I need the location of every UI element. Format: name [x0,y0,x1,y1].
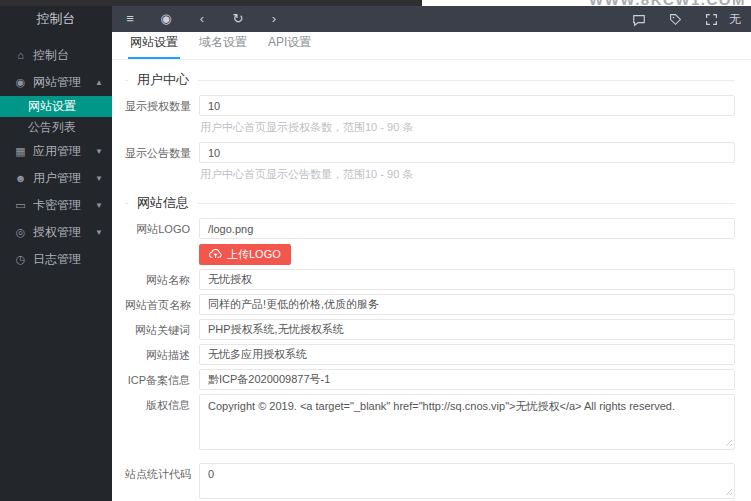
globe-icon: ◉ [13,69,28,96]
sidebar: 控制台 ⌂控制台 ◉网站管理 ▲ 网站设置 公告列表 ▦应用管理 ▼ ☻用户管理… [0,6,112,501]
chevron-down-icon: ▼ [95,165,103,192]
sidebar-item-label: 用户管理 [33,171,81,185]
field-label: 网站LOGO [125,218,199,237]
sidebar-item-site-settings[interactable]: 网站设置 [0,96,112,117]
logo-path-input[interactable] [199,218,735,239]
tab-bar: 网站设置 域名设置 API设置 [112,32,751,60]
stats-code-textarea[interactable]: 0 [199,463,735,499]
form-row-copyright: 版权信息 Copyright © 2019. <a target="_blank… [125,394,735,450]
form-row-auth-count: 显示授权数量 用户中心首页显示授权条数，范围10 - 90 条 [125,95,735,138]
field-label: 网站名称 [125,269,199,288]
fullscreen-icon[interactable] [693,6,729,32]
form-row-icp: ICP备案信息 [125,369,735,390]
form-row-stats-code: 站点统计代码 0 [125,463,735,499]
tag-icon[interactable] [657,6,693,32]
sidebar-item-label: 公告列表 [28,120,76,134]
copyright-textarea[interactable]: Copyright © 2019. <a target="_blank" hre… [199,394,735,450]
sidebar-item-announcement-list[interactable]: 公告列表 [0,117,112,138]
field-label: ICP备案信息 [125,369,199,388]
form-row-home-title: 网站首页名称 [125,294,735,315]
sidebar-item-app-management[interactable]: ▦应用管理 ▼ [0,138,112,165]
sidebar-item-label: 授权管理 [33,225,81,239]
sidebar-item-auth-management[interactable]: ◎授权管理 ▼ [0,219,112,246]
tab-api-settings[interactable]: API设置 [266,34,313,59]
back-icon[interactable]: ‹ [184,6,220,32]
chevron-down-icon: ▼ [95,219,103,246]
settings-form: 用户中心 显示授权数量 用户中心首页显示授权条数，范围10 - 90 条 显示公… [112,60,751,501]
sidebar-item-card-management[interactable]: ▭卡密管理 ▼ [0,192,112,219]
topbar: ≡ ◉ ‹ ↻ › 无 [112,6,751,32]
chevron-down-icon: ▼ [95,192,103,219]
sidebar-item-label: 日志管理 [33,252,81,266]
form-row-logo: 网站LOGO 上传LOGO [125,218,735,265]
message-icon[interactable] [621,6,657,32]
form-row-notice-count: 显示公告数量 用户中心首页显示公告数量，范围10 - 90 条 [125,142,735,185]
forward-icon[interactable]: › [256,6,292,32]
section-site-info: 网站信息 [125,194,735,212]
window-top-strip [0,0,422,6]
field-label: 站点统计代码 [125,463,199,482]
icp-input[interactable] [199,369,735,390]
clock-icon: ◷ [13,246,28,273]
refresh-icon[interactable]: ↻ [220,6,256,32]
section-user-center: 用户中心 [125,71,735,89]
watermark-text: WWW.8KCW1.COM [589,0,746,8]
field-label: 网站关键词 [125,319,199,338]
sidebar-item-label: 网站设置 [28,99,76,113]
home-title-input[interactable] [199,294,735,315]
topbar-right: 无 [621,6,751,32]
field-help: 用户中心首页显示公告数量，范围10 - 90 条 [199,163,735,185]
field-label: 版权信息 [125,394,199,413]
check-circle-icon: ◎ [13,219,28,246]
field-label: 显示授权数量 [125,95,199,114]
cloud-upload-icon [209,248,222,261]
sidebar-item-label: 控制台 [33,48,69,62]
field-help: 用户中心首页显示授权条数，范围10 - 90 条 [199,116,735,138]
sidebar-title: 控制台 [0,6,112,32]
notice-count-input[interactable] [199,142,735,163]
main-content: 网站设置 域名设置 API设置 用户中心 显示授权数量 用户中心首页显示授权条数… [112,32,751,501]
card-icon: ▭ [13,192,28,219]
auth-count-input[interactable] [199,95,735,116]
sidebar-item-log-management[interactable]: ◷日志管理 [0,246,112,273]
upload-logo-label: 上传LOGO [227,247,281,262]
sidebar-item-site-management[interactable]: ◉网站管理 ▲ [0,69,112,96]
form-row-description: 网站描述 [125,344,735,365]
section-title: 网站信息 [128,194,198,212]
home-icon: ⌂ [13,42,28,69]
field-label: 显示公告数量 [125,142,199,161]
apps-icon: ▦ [13,138,28,165]
field-label: 网站描述 [125,344,199,363]
section-title: 用户中心 [128,71,198,89]
home-circle-icon[interactable]: ◉ [148,6,184,32]
sidebar-item-dashboard[interactable]: ⌂控制台 [0,42,112,69]
upload-logo-button[interactable]: 上传LOGO [199,244,291,265]
sidebar-nav: ⌂控制台 ◉网站管理 ▲ 网站设置 公告列表 ▦应用管理 ▼ ☻用户管理 ▼ ▭… [0,42,112,273]
form-row-site-name: 网站名称 [125,269,735,290]
description-input[interactable] [199,344,735,365]
user-icon: ☻ [13,165,28,192]
form-row-keywords: 网站关键词 [125,319,735,340]
sidebar-item-user-management[interactable]: ☻用户管理 ▼ [0,165,112,192]
tab-site-settings[interactable]: 网站设置 [128,34,180,59]
sidebar-item-label: 应用管理 [33,144,81,158]
chevron-up-icon: ▲ [95,69,103,96]
field-label: 网站首页名称 [125,294,199,313]
username-text[interactable]: 无 [729,11,751,28]
tab-domain-settings[interactable]: 域名设置 [197,34,249,59]
menu-toggle-icon[interactable]: ≡ [112,6,148,32]
chevron-down-icon: ▼ [95,138,103,165]
sidebar-item-label: 网站管理 [33,75,81,89]
site-name-input[interactable] [199,269,735,290]
keywords-input[interactable] [199,319,735,340]
sidebar-item-label: 卡密管理 [33,198,81,212]
